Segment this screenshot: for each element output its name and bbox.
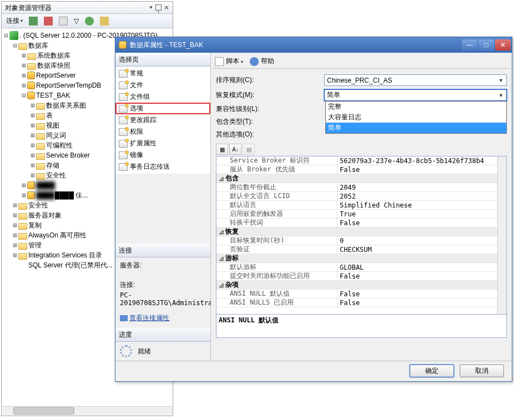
panel-titlebar: 对象资源管理器 ▼ ✕ <box>2 2 173 14</box>
grid-row[interactable]: 默认游标GLOBAL <box>216 263 506 272</box>
toolbar-icon-4[interactable] <box>98 16 111 27</box>
grid-toolbar: ▦ A↓ ▤ <box>216 143 507 156</box>
page-item-7[interactable]: 镜像 <box>115 149 210 161</box>
collation-combo[interactable]: Chinese_PRC_CI_AS▼ <box>324 74 507 86</box>
grid-category[interactable]: ⊿恢复 <box>216 227 506 236</box>
grid-row[interactable]: Service Broker 标识符562079a3-237e-4b43-8cb… <box>216 156 506 165</box>
page-item-0[interactable]: 常规 <box>115 68 210 79</box>
cancel-button[interactable]: 取消 <box>460 365 504 377</box>
grid-row[interactable]: 服从 Broker 优先级False <box>216 165 506 174</box>
recovery-dropdown[interactable]: 完整大容量日志简单 <box>325 101 507 134</box>
grid-category[interactable]: ⊿游标 <box>216 254 506 263</box>
page-icon <box>119 151 128 159</box>
grid-category[interactable]: ⊿包含 <box>216 174 506 183</box>
link-icon <box>120 315 128 321</box>
view-connection-link[interactable]: 查看连接属性 <box>129 314 169 322</box>
grid-row[interactable]: ANSI NULLS 已启用False <box>216 298 506 307</box>
connection-header: 连接 <box>115 244 210 257</box>
page-item-2[interactable]: 文件组 <box>115 91 210 103</box>
recovery-combo[interactable]: 简单▼ <box>324 89 507 101</box>
refresh-icon[interactable] <box>83 16 96 27</box>
toolbar-icon-3[interactable] <box>57 16 70 27</box>
page-icon <box>119 82 128 89</box>
dialog-right-panel: 脚本 ▾ 帮助 排序规则(C):Chinese_PRC_CI_AS▼ 恢复模式(… <box>211 53 512 361</box>
connection-label: 连接: <box>120 280 206 290</box>
minimize-button[interactable]: — <box>462 39 477 50</box>
help-button[interactable]: 帮助 <box>261 57 274 66</box>
dialog-title-text: 数据库属性 - TEST_BAK <box>130 41 203 50</box>
grid-row[interactable]: 转换干扰词False <box>216 219 506 227</box>
form-area: 排序规则(C):Chinese_PRC_CI_AS▼ 恢复模式(M):简单▼ 完… <box>213 69 510 340</box>
pin-icon[interactable] <box>155 4 162 11</box>
dropdown-option[interactable]: 简单 <box>326 123 506 133</box>
prop-button[interactable]: ▤ <box>243 144 255 155</box>
horizontal-scrollbar[interactable] <box>2 406 172 415</box>
close-icon[interactable]: ✕ <box>164 2 169 14</box>
dropdown-option[interactable]: 大容量日志 <box>326 112 506 123</box>
dropdown-arrow-icon[interactable]: ▼ <box>149 2 153 14</box>
collation-label: 排序规则(C): <box>216 75 324 85</box>
help-icon <box>250 57 259 66</box>
categorize-button[interactable]: ▦ <box>216 144 228 155</box>
page-item-5[interactable]: 权限 <box>115 126 210 138</box>
dropdown-option[interactable]: 完整 <box>326 102 506 112</box>
close-button[interactable]: ✕ <box>495 39 511 50</box>
contain-label: 包含类型(T): <box>216 117 324 126</box>
progress-header: 进度 <box>115 328 210 342</box>
grid-row[interactable]: 默认语言Simplified Chinese <box>216 201 506 210</box>
db-icon <box>119 41 127 49</box>
compat-label: 兼容性级别(L): <box>216 104 324 114</box>
script-button[interactable]: 脚本 ▾ <box>226 57 243 66</box>
recovery-label: 恢复模式(M): <box>216 90 324 100</box>
progress-box: 就绪 <box>115 342 210 361</box>
page-icon <box>119 163 128 171</box>
page-item-4[interactable]: 更改跟踪 <box>115 114 210 126</box>
grid-row[interactable]: 提交时关闭游标功能已启用False <box>216 272 506 281</box>
command-bar: 脚本 ▾ 帮助 <box>213 54 510 69</box>
page-icon <box>119 140 128 148</box>
dialog-left-panel: 选择页 常规文件文件组选项更改跟踪权限扩展属性镜像事务日志传送 连接 服务器: … <box>115 53 211 361</box>
property-description: ANSI NULL 默认值 <box>216 315 507 338</box>
grid-row[interactable]: ANSI NULL 默认值False <box>216 290 506 298</box>
sort-button[interactable]: A↓ <box>229 144 241 155</box>
grid-row[interactable]: 目标恢复时间(秒)0 <box>216 236 506 245</box>
connection-value: PC-20190708SJTG\Administrat <box>120 291 206 307</box>
page-item-8[interactable]: 事务日志传送 <box>115 161 210 173</box>
toolbar-icon-1[interactable] <box>27 16 40 27</box>
page-icon <box>119 117 128 124</box>
grid-row[interactable]: 默认全文语言 LCID2052 <box>216 192 506 201</box>
page-icon <box>119 128 128 136</box>
spinner-icon <box>120 345 132 357</box>
maximize-button[interactable]: □ <box>478 39 494 50</box>
page-icon <box>119 70 128 78</box>
property-grid[interactable]: Service Broker 标识符562079a3-237e-4b43-8cb… <box>216 156 507 315</box>
panel-title-text: 对象资源管理器 <box>5 2 52 14</box>
grid-row[interactable]: 页验证CHECKSUM <box>216 245 506 254</box>
page-icon <box>119 105 128 113</box>
ok-button[interactable]: 确定 <box>410 365 454 377</box>
grid-row[interactable]: 两位数年份截止2049 <box>216 183 506 192</box>
filter-icon[interactable]: ▽ <box>72 16 81 26</box>
page-item-3[interactable]: 选项 <box>115 103 210 114</box>
page-item-6[interactable]: 扩展属性 <box>115 138 210 149</box>
grid-category[interactable]: ⊿杂项 <box>216 281 506 290</box>
script-icon <box>215 57 224 66</box>
page-icon <box>119 93 128 101</box>
other-label: 其他选项(O): <box>216 130 324 139</box>
grid-row[interactable]: 启用嵌套的触发器True <box>216 210 506 219</box>
db-properties-dialog: 数据库属性 - TEST_BAK — □ ✕ 选择页 常规文件文件组选项更改跟踪… <box>115 37 512 382</box>
connect-button[interactable]: 连接 ▾ <box>4 15 25 27</box>
page-item-1[interactable]: 文件 <box>115 79 210 91</box>
toolbar-icon-2[interactable] <box>42 16 55 27</box>
dialog-footer: 确定 取消 <box>115 361 512 381</box>
connection-info: 服务器: 连接: PC-20190708SJTG\Administrat 查看连… <box>115 257 210 328</box>
panel-toolbar: 连接 ▾ ▽ <box>2 14 173 28</box>
server-label: 服务器: <box>120 261 206 270</box>
progress-text: 就绪 <box>138 347 151 356</box>
select-page-header: 选择页 <box>115 53 210 67</box>
page-list: 常规文件文件组选项更改跟踪权限扩展属性镜像事务日志传送 <box>115 67 210 174</box>
grid-scrollbar[interactable] <box>497 156 506 314</box>
dialog-titlebar[interactable]: 数据库属性 - TEST_BAK — □ ✕ <box>115 37 512 53</box>
